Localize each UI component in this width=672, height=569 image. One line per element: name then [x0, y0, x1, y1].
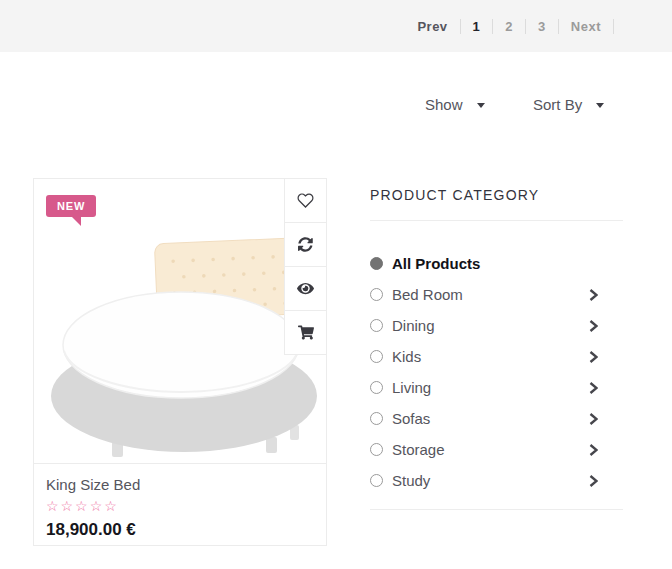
category-list: All Products Bed Room Dining Kids: [370, 248, 623, 496]
chevron-right-icon[interactable]: [589, 444, 598, 456]
radio-icon[interactable]: [370, 474, 383, 487]
pagination-bar: Prev 1 2 3 Next: [0, 0, 672, 52]
refresh-icon: [298, 237, 313, 252]
pagination-separator: [492, 19, 493, 34]
product-listing-page: Prev 1 2 3 Next Show Sort By: [0, 0, 672, 569]
radio-icon[interactable]: [370, 319, 383, 332]
radio-selected-icon[interactable]: [370, 257, 383, 270]
category-item-kids[interactable]: Kids: [370, 341, 623, 372]
radio-icon[interactable]: [370, 443, 383, 456]
chevron-right-icon[interactable]: [589, 289, 598, 301]
product-card[interactable]: NEW: [33, 178, 327, 546]
pagination-separator: [525, 19, 526, 34]
chevron-right-icon[interactable]: [589, 475, 598, 487]
category-label: Kids: [392, 348, 589, 365]
product-image[interactable]: NEW: [34, 179, 326, 463]
pagination-next[interactable]: Next: [571, 19, 601, 34]
cart-icon: [298, 325, 314, 340]
category-label: Living: [392, 379, 589, 396]
category-label: Sofas: [392, 410, 589, 427]
rating-stars-icon[interactable]: ☆☆☆☆☆: [46, 498, 314, 514]
add-to-cart-button[interactable]: [285, 311, 326, 355]
category-label: Dining: [392, 317, 589, 334]
radio-icon[interactable]: [370, 288, 383, 301]
heart-icon: [297, 192, 314, 209]
new-badge: NEW: [46, 195, 96, 217]
category-item-dining[interactable]: Dining: [370, 310, 623, 341]
sort-by-dropdown[interactable]: Sort By: [533, 96, 604, 113]
chevron-right-icon[interactable]: [589, 320, 598, 332]
category-label: Bed Room: [392, 286, 589, 303]
show-dropdown[interactable]: Show: [425, 96, 485, 113]
eye-icon: [297, 281, 314, 296]
radio-icon[interactable]: [370, 350, 383, 363]
product-price: 18,900.00 €: [46, 520, 314, 540]
category-item-bed-room[interactable]: Bed Room: [370, 279, 623, 310]
product-actions: [284, 179, 326, 355]
pagination-separator: [613, 19, 614, 34]
pagination: Prev 1 2 3 Next: [417, 19, 626, 34]
radio-icon[interactable]: [370, 381, 383, 394]
divider: [370, 220, 623, 221]
pagination-separator: [460, 19, 461, 34]
wishlist-button[interactable]: [285, 179, 326, 223]
product-info: King Size Bed ☆☆☆☆☆ 18,900.00 €: [34, 464, 326, 540]
pagination-prev[interactable]: Prev: [417, 19, 447, 34]
show-dropdown-label: Show: [425, 96, 463, 113]
quick-view-button[interactable]: [285, 267, 326, 311]
category-label: Storage: [392, 441, 589, 458]
chevron-down-icon: [596, 103, 604, 108]
chevron-right-icon[interactable]: [589, 413, 598, 425]
category-item-all-products[interactable]: All Products: [370, 248, 623, 279]
category-label: Study: [392, 472, 589, 489]
sort-by-dropdown-label: Sort By: [533, 96, 582, 113]
divider: [370, 509, 623, 510]
chevron-right-icon[interactable]: [589, 351, 598, 363]
pagination-page-3[interactable]: 3: [538, 19, 546, 34]
chevron-right-icon[interactable]: [589, 382, 598, 394]
category-item-storage[interactable]: Storage: [370, 434, 623, 465]
pagination-separator: [558, 19, 559, 34]
pagination-page-2[interactable]: 2: [505, 19, 513, 34]
sidebar-heading: PRODUCT CATEGORY: [370, 178, 623, 203]
product-title[interactable]: King Size Bed: [46, 476, 314, 493]
category-item-living[interactable]: Living: [370, 372, 623, 403]
category-item-sofas[interactable]: Sofas: [370, 403, 623, 434]
chevron-down-icon: [477, 103, 485, 108]
category-sidebar: PRODUCT CATEGORY All Products Bed Room D…: [370, 178, 623, 510]
radio-icon[interactable]: [370, 412, 383, 425]
category-item-study[interactable]: Study: [370, 465, 623, 496]
compare-button[interactable]: [285, 223, 326, 267]
listing-toolbar: Show Sort By: [0, 52, 672, 142]
pagination-page-1[interactable]: 1: [473, 19, 481, 34]
category-label: All Products: [392, 255, 623, 272]
